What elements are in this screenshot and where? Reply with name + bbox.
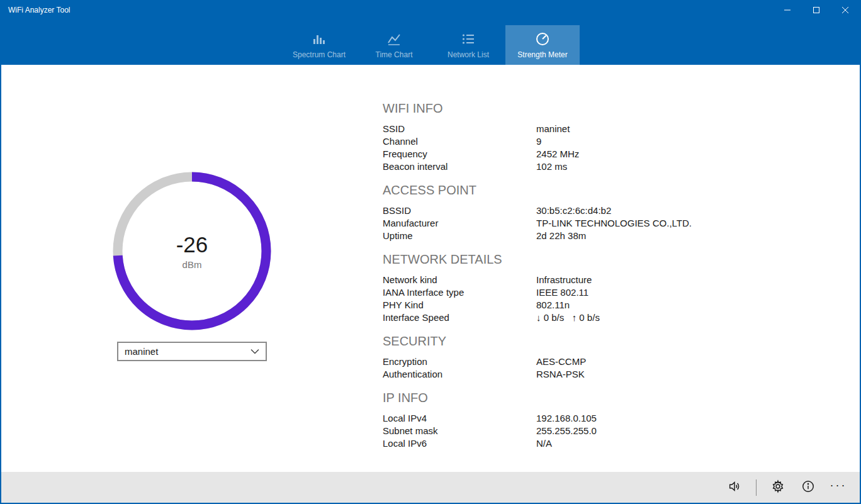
info-row: SSID maninet bbox=[383, 123, 760, 135]
section-title: IP INFO bbox=[383, 389, 760, 406]
info-value: 192.168.0.105 bbox=[536, 412, 597, 425]
app-title: WiFi Analyzer Tool bbox=[1, 6, 70, 14]
info-value: Infrastructure bbox=[536, 274, 592, 286]
info-value: 2d 22h 38m bbox=[536, 230, 586, 242]
info-value: ↓ 0 b/s ↑ 0 b/s bbox=[536, 311, 600, 324]
tab-label: Strength Meter bbox=[517, 50, 567, 59]
maximize-icon bbox=[813, 7, 819, 13]
gauge-readout: -26 dBm bbox=[109, 168, 275, 334]
close-button[interactable] bbox=[831, 0, 860, 20]
section-security: SECURITY Encryption AES-CCMP Authenticat… bbox=[383, 333, 760, 381]
info-row: Authentication RSNA-PSK bbox=[383, 368, 760, 381]
tab-network-list[interactable]: Network List bbox=[431, 25, 505, 65]
info-value: 9 bbox=[536, 135, 541, 148]
info-row: Manufacturer TP-LINK TECHNOLOGIES CO.,LT… bbox=[383, 217, 760, 230]
info-label: Beacon interval bbox=[383, 160, 536, 173]
tab-label: Spectrum Chart bbox=[293, 50, 346, 59]
chevron-down-icon bbox=[250, 349, 266, 354]
signal-gauge: -26 dBm bbox=[109, 168, 275, 334]
signal-strength-value: -26 bbox=[176, 232, 208, 257]
minimize-icon bbox=[784, 7, 791, 13]
info-row: Channel 9 bbox=[383, 135, 760, 148]
info-value: RSNA-PSK bbox=[536, 368, 585, 381]
tab-label: Time Chart bbox=[376, 50, 413, 59]
section-title: NETWORK DETAILS bbox=[383, 251, 760, 267]
section-title: SECURITY bbox=[383, 333, 760, 349]
sound-button[interactable] bbox=[719, 472, 750, 503]
info-value: 30:b5:c2:6c:d4:b2 bbox=[536, 204, 611, 217]
tab-bar: Spectrum Chart Time Chart Network List bbox=[1, 20, 860, 65]
info-value: 102 ms bbox=[536, 160, 567, 173]
info-value: 255.255.255.0 bbox=[536, 425, 597, 437]
info-label: Manufacturer bbox=[383, 217, 536, 230]
section-title: WIFI INFO bbox=[383, 100, 760, 116]
minimize-button[interactable] bbox=[773, 0, 802, 20]
info-value: AES-CCMP bbox=[536, 356, 586, 368]
tab-time-chart[interactable]: Time Chart bbox=[357, 25, 431, 65]
info-label: SSID bbox=[383, 123, 536, 135]
titlebar: WiFi Analyzer Tool bbox=[1, 0, 860, 20]
info-label: Channel bbox=[383, 135, 536, 148]
section-access-point: ACCESS POINT BSSID 30:b5:c2:6c:d4:b2 Man… bbox=[383, 182, 760, 242]
info-label: PHY Kind bbox=[383, 299, 536, 311]
info-value: 2452 MHz bbox=[536, 148, 579, 160]
info-label: Uptime bbox=[383, 230, 536, 242]
section-wifi-info: WIFI INFO SSID maninet Channel 9 Frequen… bbox=[383, 100, 760, 173]
info-label: Authentication bbox=[383, 368, 536, 381]
signal-strength-unit: dBm bbox=[183, 259, 202, 270]
info-label: Local IPv4 bbox=[383, 412, 536, 425]
info-label: Frequency bbox=[383, 148, 536, 160]
info-row: Network kind Infrastructure bbox=[383, 274, 760, 286]
about-button[interactable] bbox=[793, 472, 823, 503]
list-icon bbox=[461, 31, 476, 47]
info-label: Interface Speed bbox=[383, 311, 536, 324]
info-row: Frequency 2452 MHz bbox=[383, 148, 760, 160]
speaker-icon bbox=[728, 479, 741, 496]
info-label: Encryption bbox=[383, 356, 536, 368]
info-value: maninet bbox=[536, 123, 570, 135]
info-label: Network kind bbox=[383, 274, 536, 286]
info-value: TP-LINK TECHNOLOGIES CO.,LTD. bbox=[536, 217, 692, 230]
info-pane: WIFI INFO SSID maninet Channel 9 Frequen… bbox=[383, 100, 760, 459]
info-row: PHY Kind 802.11n bbox=[383, 299, 760, 311]
ellipsis-icon: ··· bbox=[830, 479, 847, 496]
info-row: Beacon interval 102 ms bbox=[383, 160, 760, 173]
info-row: Subnet mask 255.255.255.0 bbox=[383, 425, 760, 437]
info-row: Local IPv6 N/A bbox=[383, 437, 760, 450]
info-value: IEEE 802.11 bbox=[536, 286, 588, 299]
info-row: Interface Speed ↓ 0 b/s ↑ 0 b/s bbox=[383, 311, 760, 324]
info-value: N/A bbox=[536, 437, 552, 450]
info-row: Encryption AES-CCMP bbox=[383, 356, 760, 368]
info-value: 802.11n bbox=[536, 299, 570, 311]
close-icon bbox=[842, 7, 848, 13]
window-controls bbox=[773, 0, 860, 20]
info-label: IANA Interface type bbox=[383, 286, 536, 299]
tab-spectrum-chart[interactable]: Spectrum Chart bbox=[281, 25, 357, 65]
network-selector[interactable]: maninet bbox=[117, 342, 267, 361]
gauge-icon bbox=[535, 31, 550, 47]
section-title: ACCESS POINT bbox=[383, 182, 760, 198]
network-selector-value: maninet bbox=[125, 346, 158, 357]
more-button[interactable]: ··· bbox=[823, 472, 853, 503]
gear-icon bbox=[771, 479, 785, 496]
bottom-command-bar: ··· bbox=[1, 472, 860, 503]
bar-chart-icon bbox=[312, 31, 327, 47]
line-chart-icon bbox=[386, 31, 402, 47]
maximize-button[interactable] bbox=[802, 0, 831, 20]
info-row: BSSID 30:b5:c2:6c:d4:b2 bbox=[383, 204, 760, 217]
tab-strength-meter[interactable]: Strength Meter bbox=[505, 25, 580, 65]
info-label: Subnet mask bbox=[383, 425, 536, 437]
section-ip-info: IP INFO Local IPv4 192.168.0.105 Subnet … bbox=[383, 389, 760, 450]
section-network-details: NETWORK DETAILS Network kind Infrastruct… bbox=[383, 251, 760, 324]
info-label: Local IPv6 bbox=[383, 437, 536, 450]
app-window: WiFi Analyzer Tool Spectrum Chart bbox=[0, 0, 861, 504]
info-label: BSSID bbox=[383, 204, 536, 217]
bottombar-divider bbox=[756, 479, 757, 496]
info-row: Local IPv4 192.168.0.105 bbox=[383, 412, 760, 425]
settings-button[interactable] bbox=[763, 472, 793, 503]
info-icon bbox=[801, 479, 815, 496]
info-row: IANA Interface type IEEE 802.11 bbox=[383, 286, 760, 299]
info-row: Uptime 2d 22h 38m bbox=[383, 230, 760, 242]
tab-label: Network List bbox=[447, 50, 489, 59]
